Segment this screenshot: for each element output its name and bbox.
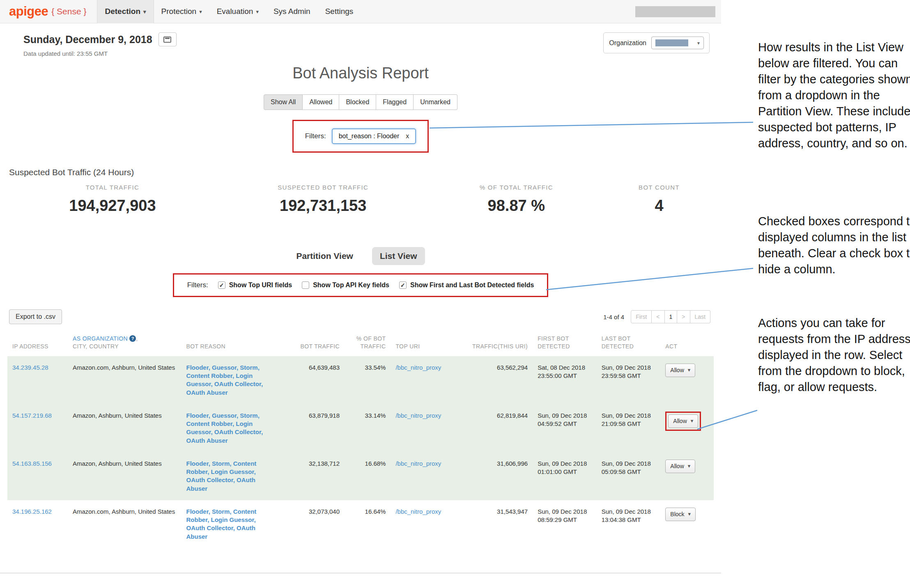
top-uri-link[interactable]: /bbc_nitro_proxy bbox=[395, 364, 441, 371]
table-row: 54.157.219.68 Amazon, Ashburn, United St… bbox=[7, 404, 714, 452]
data-updated-text: Data updated until: 23:55 GMT bbox=[23, 50, 177, 57]
nav-item-settings[interactable]: Settings bbox=[318, 0, 361, 23]
col-header-act: ACT bbox=[660, 331, 714, 356]
bot-traffic-cell: 32,073,040 bbox=[277, 500, 345, 548]
checkbox-checked-icon[interactable]: ✓ bbox=[218, 281, 225, 289]
stat-bot-count: BOT COUNT 4 bbox=[639, 184, 680, 215]
list-filters-label: Filters: bbox=[187, 281, 208, 289]
ip-address-link[interactable]: 34.239.45.28 bbox=[12, 364, 48, 371]
pagination-first-button[interactable]: First bbox=[631, 310, 652, 323]
checkbox-top-api-key-fields[interactable]: Show Top API Key fields bbox=[302, 281, 389, 289]
caret-down-icon: ▾ bbox=[256, 9, 259, 15]
stat-pct-total-traffic: % OF TOTAL TRAFFIC 98.87 % bbox=[480, 184, 553, 215]
app-window: apigee { Sense } Detection ▾ Protection … bbox=[0, 0, 721, 573]
pct-bot-traffic-cell: 16.68% bbox=[345, 452, 391, 500]
organization-select[interactable]: ▾ bbox=[651, 37, 704, 49]
filters-label: Filters: bbox=[305, 132, 326, 140]
nav-item-protection[interactable]: Protection ▾ bbox=[154, 0, 209, 23]
first-bot-detected-cell: Sun, 09 Dec 2018 01:01:00 GMT bbox=[533, 452, 597, 500]
date-picker-button[interactable] bbox=[159, 32, 177, 46]
checkbox-first-last-bot-detected[interactable]: ✓ Show First and Last Bot Detected field… bbox=[399, 281, 534, 289]
first-bot-detected-cell: Sun, 09 Dec 2018 08:59:29 GMT bbox=[533, 500, 597, 548]
help-icon[interactable]: ? bbox=[129, 335, 136, 342]
checkbox-top-uri-fields[interactable]: ✓ Show Top URI fields bbox=[218, 281, 292, 289]
col-header-bot-reason: BOT REASON bbox=[182, 331, 277, 356]
ip-address-link[interactable]: 54.157.219.68 bbox=[12, 412, 52, 419]
filter-bar: Filters: bot_reason : Flooder x bbox=[305, 128, 416, 144]
checkbox-unchecked-icon[interactable] bbox=[302, 281, 309, 289]
action-dropdown[interactable]: Allow ▾ bbox=[665, 364, 695, 377]
apigee-logo[interactable]: apigee bbox=[9, 4, 48, 19]
annotation-text-actions: Actions you can take for requests from t… bbox=[758, 315, 910, 395]
redacted-account-info bbox=[635, 6, 715, 17]
nav-item-sys-admin[interactable]: Sys Admin bbox=[266, 0, 318, 23]
action-dropdown[interactable]: Block ▾ bbox=[665, 508, 696, 521]
annotation-box-checkboxes: Filters: ✓ Show Top URI fields Show Top … bbox=[173, 273, 549, 297]
top-uri-link[interactable]: /bbc_nitro_proxy bbox=[395, 508, 441, 515]
bot-list-table: IP ADDRESS AS ORGANIZATION ?, CITY, COUN… bbox=[7, 331, 714, 548]
caret-down-icon: ▾ bbox=[199, 9, 202, 15]
caret-down-icon: ▾ bbox=[697, 40, 700, 46]
pct-bot-traffic-cell: 16.64% bbox=[345, 500, 391, 548]
tab-unmarked[interactable]: Unmarked bbox=[414, 94, 457, 110]
nav-item-evaluation[interactable]: Evaluation ▾ bbox=[209, 0, 266, 23]
ip-address-link[interactable]: 34.196.25.162 bbox=[12, 508, 52, 515]
pagination-page-1-button[interactable]: 1 bbox=[665, 310, 678, 323]
list-toolbar: Export to .csv 1-4 of 4 First < 1 > Last bbox=[9, 309, 710, 324]
pagination-last-button[interactable]: Last bbox=[690, 310, 710, 323]
last-bot-detected-cell: Sun, 09 Dec 2018 21:09:58 GMT bbox=[597, 404, 661, 452]
bot-reason-links[interactable]: Flooder, Guessor, Storm, Content Robber,… bbox=[186, 364, 263, 396]
tab-allowed[interactable]: Allowed bbox=[303, 94, 339, 110]
tab-show-all[interactable]: Show All bbox=[264, 94, 303, 110]
filter-chip-bot-reason[interactable]: bot_reason : Flooder x bbox=[332, 128, 416, 144]
col-header-last-bot-detected: LAST BOT DETECTED bbox=[597, 331, 661, 356]
tab-list-view[interactable]: List View bbox=[372, 247, 425, 265]
top-uri-link[interactable]: /bbc_nitro_proxy bbox=[395, 460, 441, 467]
action-dropdown[interactable]: Allow ▾ bbox=[665, 460, 695, 473]
caret-down-icon: ▾ bbox=[688, 366, 691, 374]
top-uri-link[interactable]: /bbc_nitro_proxy bbox=[395, 412, 441, 419]
annotation-box-filters: Filters: bot_reason : Flooder x bbox=[292, 120, 429, 153]
tab-blocked[interactable]: Blocked bbox=[339, 94, 376, 110]
checkbox-checked-icon[interactable]: ✓ bbox=[399, 281, 407, 289]
pct-bot-traffic-cell: 33.14% bbox=[345, 404, 391, 452]
pagination-next-button[interactable]: > bbox=[677, 310, 690, 323]
col-header-first-bot-detected: FIRST BOT DETECTED bbox=[533, 331, 597, 356]
bot-reason-links[interactable]: Flooder, Storm, Content Robber, Login Gu… bbox=[186, 460, 257, 492]
col-header-pct-bot-traffic: % OF BOT TRAFFIC bbox=[345, 331, 391, 356]
first-bot-detected-cell: Sun, 09 Dec 2018 04:59:52 GMT bbox=[533, 404, 597, 452]
bot-reason-links[interactable]: Flooder, Guessor, Storm, Content Robber,… bbox=[186, 412, 263, 444]
status-tabs: Show All Allowed Blocked Flagged Unmarke… bbox=[0, 94, 721, 110]
as-organization-cell: Amazon, Ashburn, United States bbox=[68, 452, 182, 500]
stats-section-title: Suspected Bot Traffic (24 Hours) bbox=[9, 167, 721, 177]
caret-down-icon: ▾ bbox=[143, 9, 146, 15]
stats-row: TOTAL TRAFFIC 194,927,903 SUSPECTED BOT … bbox=[0, 184, 721, 237]
close-icon[interactable]: x bbox=[406, 133, 409, 140]
pagination-group: 1-4 of 4 First < 1 > Last bbox=[603, 310, 710, 323]
table-row: 34.239.45.28 Amazon.com, Ashburn, United… bbox=[7, 356, 714, 404]
caret-down-icon: ▾ bbox=[688, 462, 691, 470]
action-dropdown[interactable]: Allow ▾ bbox=[668, 414, 698, 428]
as-organization-cell: Amazon, Ashburn, United States bbox=[68, 404, 182, 452]
pagination-prev-button[interactable]: < bbox=[652, 310, 664, 323]
organization-label: Organization bbox=[609, 39, 646, 47]
bot-traffic-cell: 63,879,918 bbox=[277, 404, 345, 452]
date-block: Sunday, December 9, 2018 Data updated un… bbox=[23, 32, 177, 57]
calendar-icon bbox=[163, 37, 171, 43]
export-csv-button[interactable]: Export to .csv bbox=[9, 309, 62, 324]
nav-item-detection[interactable]: Detection ▾ bbox=[97, 0, 154, 23]
redacted-organization-value bbox=[655, 39, 688, 46]
tab-flagged[interactable]: Flagged bbox=[376, 94, 414, 110]
sense-logo-suffix: { Sense } bbox=[51, 7, 86, 16]
table-header-row: IP ADDRESS AS ORGANIZATION ?, CITY, COUN… bbox=[7, 331, 714, 356]
annotation-text-checkboxes: Checked boxes correspond to displayed co… bbox=[758, 213, 910, 277]
ip-address-link[interactable]: 54.163.85.156 bbox=[12, 460, 52, 467]
col-header-ip: IP ADDRESS bbox=[7, 331, 68, 356]
tab-partition-view[interactable]: Partition View bbox=[296, 251, 353, 261]
col-header-top-uri: TOP URI bbox=[391, 331, 462, 356]
pct-bot-traffic-cell: 33.54% bbox=[345, 356, 391, 404]
last-bot-detected-cell: Sun, 09 Dec 2018 13:04:38 GMT bbox=[597, 500, 661, 548]
annotation-text-filters: How results in the List View below are f… bbox=[758, 39, 910, 151]
bot-reason-links[interactable]: Flooder, Storm, Content Robber, Login Gu… bbox=[186, 508, 257, 540]
organization-control: Organization ▾ bbox=[603, 32, 710, 53]
